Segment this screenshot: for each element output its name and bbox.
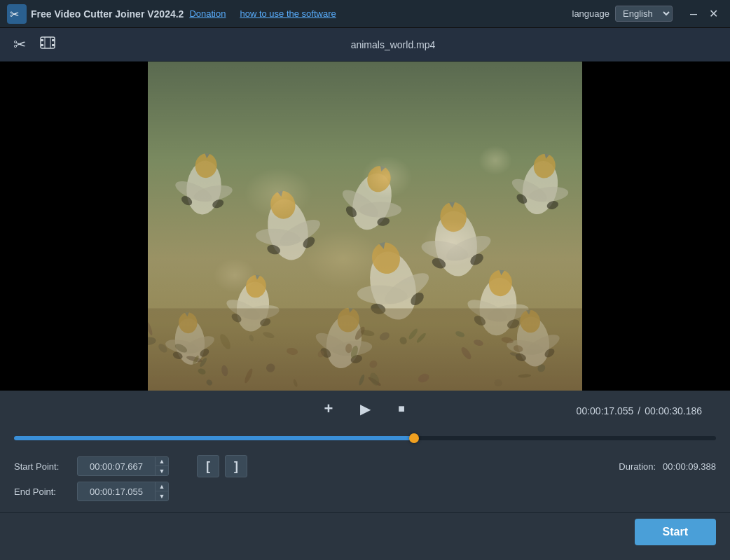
start-point-input[interactable] <box>78 461 155 472</box>
minimize-button[interactable]: – <box>684 4 703 24</box>
time-current: 00:00:17.055 <box>577 405 634 416</box>
end-point-row: End Point: ▲ ▼ <box>14 482 716 501</box>
how-to-software-link[interactable]: how to use the software <box>240 8 336 19</box>
time-total: 00:00:30.186 <box>645 405 702 416</box>
toolbar: ✂ animals_world.mp4 <box>0 28 730 62</box>
video-canvas <box>148 62 582 391</box>
end-point-input-box[interactable]: ▲ ▼ <box>77 482 169 501</box>
play-icon: ▶ <box>360 400 371 417</box>
stop-icon: ■ <box>398 402 405 415</box>
film-icon <box>39 34 56 55</box>
playback-row: + ▶ ■ 00:00:17.055 / 00:00:30.186 <box>14 396 716 426</box>
stop-button[interactable]: ■ <box>389 396 414 421</box>
start-point-label: Start Point: <box>14 461 77 472</box>
end-point-label: End Point: <box>14 486 77 497</box>
language-select[interactable]: English Chinese French German Spanish <box>615 6 673 22</box>
timeline-thumb[interactable] <box>409 433 419 443</box>
play-button[interactable]: ▶ <box>352 396 378 421</box>
svg-text:✂: ✂ <box>10 8 19 20</box>
file-name-display: animals_world.mp4 <box>63 39 723 50</box>
duration-label: Duration: <box>619 461 656 472</box>
close-button[interactable]: ✕ <box>703 4 723 24</box>
scissors-icon: ✂ <box>13 36 26 54</box>
points-container: Start Point: ▲ ▼ [ ] Duration: 00:00:09.… <box>0 451 730 512</box>
add-icon: + <box>324 400 333 418</box>
film-tool-button[interactable] <box>35 32 60 57</box>
end-point-up[interactable]: ▲ <box>156 482 168 491</box>
language-section: language English Chinese French German S… <box>572 6 673 22</box>
app-logo-icon: ✂ <box>7 4 27 24</box>
svg-rect-6 <box>52 44 55 46</box>
video-container <box>0 62 730 391</box>
donation-link[interactable]: Donation <box>189 8 226 19</box>
time-separator: / <box>638 405 640 416</box>
language-label: language <box>572 8 610 19</box>
timeline-track[interactable] <box>14 431 716 445</box>
duration-value: 00:00:09.388 <box>663 461 716 472</box>
start-point-up[interactable]: ▲ <box>156 456 168 466</box>
cut-tool-button[interactable]: ✂ <box>7 32 32 57</box>
start-point-down[interactable]: ▼ <box>156 466 168 476</box>
timeline-progress <box>14 436 414 440</box>
bracket-close-button[interactable]: ] <box>225 455 247 477</box>
title-bar: ✂ Free Video Cutter Joiner V2024.2 Donat… <box>0 0 730 28</box>
start-point-spinners: ▲ ▼ <box>155 456 168 476</box>
svg-rect-5 <box>52 39 55 41</box>
svg-rect-4 <box>41 44 43 46</box>
app-title: Free Video Cutter Joiner V2024.2 <box>31 8 184 20</box>
end-point-down[interactable]: ▼ <box>156 491 168 501</box>
start-button[interactable]: Start <box>635 519 716 545</box>
bracket-buttons: [ ] <box>197 455 247 477</box>
bracket-open-button[interactable]: [ <box>197 455 219 477</box>
add-button[interactable]: + <box>316 396 341 421</box>
start-point-input-box[interactable]: ▲ ▼ <box>77 456 169 476</box>
end-point-spinners: ▲ ▼ <box>155 482 168 501</box>
svg-rect-3 <box>41 39 43 41</box>
playback-controls: + ▶ ■ <box>316 396 414 421</box>
controls-area: + ▶ ■ 00:00:17.055 / 00:00:30.186 <box>0 391 730 428</box>
duration-section: Duration: 00:00:09.388 <box>619 461 716 472</box>
time-display: 00:00:17.055 / 00:00:30.186 <box>577 405 702 416</box>
bottom-row: Start <box>0 512 730 551</box>
svg-rect-2 <box>41 37 55 48</box>
start-point-row: Start Point: ▲ ▼ [ ] Duration: 00:00:09.… <box>14 455 716 477</box>
timeline-section <box>0 428 730 451</box>
end-point-input[interactable] <box>78 486 155 497</box>
timeline-background[interactable] <box>14 436 716 440</box>
video-frame <box>148 62 582 391</box>
